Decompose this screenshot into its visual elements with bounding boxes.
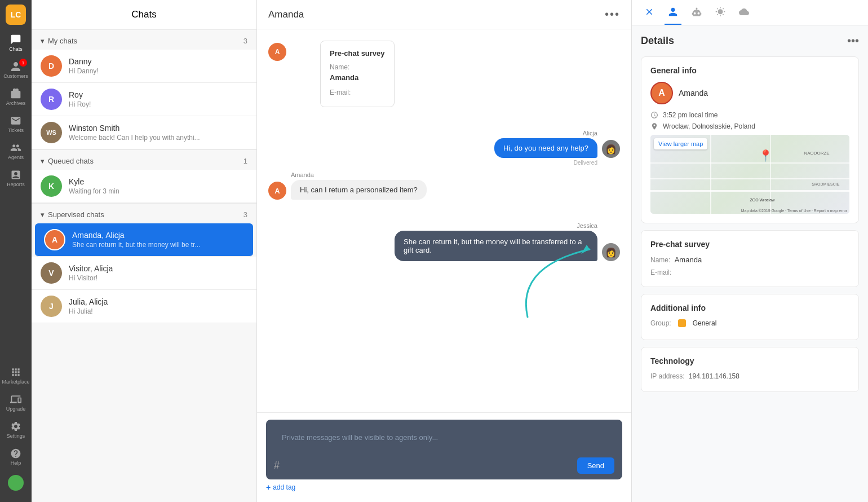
chat-avatar-winston: WS: [41, 122, 62, 143]
chat-info-visitor: Visitor, Alicja Hi Visitor!: [69, 264, 247, 282]
pre-chat-survey-title: Pre-chat survey: [330, 49, 385, 58]
pre-chat-email-field-label: E-mail:: [650, 268, 849, 276]
chat-item-danny[interactable]: D Danny Hi Danny!: [32, 50, 256, 83]
nav-label-customers: Customers: [3, 73, 28, 79]
tab-weather-icon[interactable]: [712, 0, 729, 25]
chat-item-winston[interactable]: WS Winston Smith Welcome back! Can I hel…: [32, 116, 256, 149]
general-info-avatar: A: [650, 82, 673, 104]
right-panel-content: Details ••• General info A Amanda 3:52 p…: [632, 25, 868, 502]
chat-info-julia: Julia, Alicja Hi Julia!: [69, 297, 247, 315]
chat-preview-kyle: Waiting for 3 min: [69, 187, 247, 195]
section-my-chats-label-group: ▾ My chats: [41, 37, 77, 45]
hash-button[interactable]: #: [274, 460, 280, 472]
map-google-label: Map data ©2019 Google · Terms of Use · R…: [741, 209, 847, 213]
nav-item-archives[interactable]: Archives: [0, 83, 32, 111]
chat-item-amanda-alicja[interactable]: A Amanda, Alicja She can return it, but …: [35, 223, 253, 257]
chat-item-roy[interactable]: R Roy Hi Roy!: [32, 83, 256, 116]
tab-user-icon[interactable]: [665, 0, 681, 25]
section-my-chats-header[interactable]: ▾ My chats 3: [32, 30, 256, 50]
message-input[interactable]: [274, 426, 614, 455]
info-location-row: Wroclaw, Dolnoslaskie, Poland: [650, 122, 849, 130]
chat-info-winston: Winston Smith Welcome back! Can I help y…: [69, 124, 247, 142]
msg-bubble-amanda: Hi, can I return a personalized item?: [291, 180, 427, 200]
chat-item-julia-alicja[interactable]: J Julia, Alicja Hi Julia!: [32, 290, 256, 323]
pre-chat-survey-bubble: Pre-chat survey Name: Amanda E-mail:: [320, 41, 395, 107]
chat-main: Amanda ••• A Pre-chat survey Name: Amand…: [257, 0, 631, 502]
view-larger-map-button[interactable]: View larger map: [654, 138, 707, 149]
nav-label-settings: Settings: [7, 433, 25, 439]
chat-avatar-amanda: A: [44, 229, 65, 250]
tab-cloud-icon[interactable]: [736, 0, 752, 25]
chat-avatar-danny: D: [41, 55, 62, 77]
plus-icon: +: [266, 483, 271, 492]
chat-info-danny: Danny Hi Danny!: [69, 57, 247, 75]
nav-label-agents: Agents: [8, 155, 24, 160]
chat-avatar-kyle: K: [41, 175, 62, 197]
nav-item-agents[interactable]: Agents: [0, 138, 32, 165]
nav-item-chats[interactable]: Chats: [0, 29, 32, 56]
section-supervised-chats-header[interactable]: ▾ Supervised chats 3: [32, 204, 256, 223]
chat-list-body: ▾ My chats 3 D Danny Hi Danny! R Roy Hi …: [32, 30, 256, 502]
section-supervised-count: 3: [243, 210, 247, 219]
chat-preview-visitor: Hi Visitor!: [69, 274, 247, 282]
chat-preview-winston: Welcome back! Can I help you with anythi…: [69, 134, 247, 142]
details-title: Details: [641, 35, 674, 47]
map-label-srodmiescie: SRODMIESCIE: [812, 182, 839, 186]
chat-name-julia: Julia, Alicja: [69, 297, 247, 306]
chat-input-area: # Send + add tag: [257, 412, 631, 502]
send-button[interactable]: Send: [577, 457, 614, 474]
nav-item-upgrade[interactable]: Upgrade: [0, 389, 32, 416]
chat-item-visitor-alicja[interactable]: V Visitor, Alicja Hi Visitor!: [32, 257, 256, 290]
map-background: 📍 NAODORZE SRODMIESCIE ZOO Wroclaw View …: [650, 135, 849, 214]
clock-icon: [650, 111, 658, 119]
nav-item-help[interactable]: Help: [0, 443, 32, 470]
section-queued-chats-header[interactable]: ▾ Queued chats 1: [32, 150, 256, 170]
pre-chat-name-value: Amanda: [330, 73, 385, 82]
nav-item-reports[interactable]: Reports: [0, 165, 32, 192]
chevron-down-icon-queued: ▾: [41, 157, 45, 165]
app-logo: LC: [6, 5, 26, 25]
general-info-user: A Amanda: [650, 82, 849, 104]
nav-bottom: Marketplace Upgrade Settings Help: [0, 362, 32, 497]
chat-preview-julia: Hi Julia!: [69, 307, 247, 315]
right-panel: Details ••• General info A Amanda 3:52 p…: [631, 0, 868, 502]
technology-title: Technology: [650, 356, 849, 366]
nav-item-tickets[interactable]: Tickets: [0, 111, 32, 138]
chat-preview-danny: Hi Danny!: [69, 67, 247, 75]
chat-info-amanda: Amanda, Alicja She can return it, but th…: [72, 231, 244, 249]
section-queued-label: Queued chats: [48, 157, 94, 165]
tab-close-button[interactable]: [641, 0, 658, 25]
message-row-alicja: Alicja Hi, do you need any help? 👩 Deliv…: [268, 130, 620, 166]
group-label: Group:: [650, 319, 671, 327]
more-options-button[interactable]: •••: [605, 8, 620, 21]
chat-name-kyle: Kyle: [69, 177, 247, 186]
nav-item-settings[interactable]: Settings: [0, 416, 32, 443]
info-time-row: 3:52 pm local time: [650, 111, 849, 119]
info-location: Wroclaw, Dolnoslaskie, Poland: [663, 122, 755, 130]
tab-robot-icon[interactable]: [688, 0, 705, 25]
location-icon: [650, 122, 658, 130]
section-my-chats-count: 3: [243, 37, 247, 45]
nav-label-reports: Reports: [7, 182, 25, 187]
nav-badge-customers: 1: [19, 59, 27, 67]
chat-item-kyle[interactable]: K Kyle Waiting for 3 min: [32, 170, 256, 203]
nav-item-customers[interactable]: 1 Customers: [0, 56, 32, 83]
map-road-3: [650, 190, 849, 192]
section-supervised-label: Supervised chats: [48, 210, 104, 219]
pre-chat-survey-row: A Pre-chat survey Name: Amanda E-mail:: [268, 41, 620, 118]
info-local-time: 3:52 pm local time: [663, 111, 718, 119]
map-road-1: [650, 162, 849, 164]
nav-label-chats: Chats: [9, 46, 23, 52]
nav-item-marketplace[interactable]: Marketplace: [0, 362, 32, 389]
add-tag-label: add tag: [273, 483, 295, 491]
pre-chat-survey-card-title: Pre-chat survey: [650, 240, 849, 249]
details-more-button[interactable]: •••: [847, 34, 859, 47]
user-avatar[interactable]: [8, 475, 24, 491]
section-queued-count: 1: [243, 157, 247, 165]
section-supervised-label-group: ▾ Supervised chats: [41, 210, 104, 219]
msg-bubble-jessica: She can return it, but the money will be…: [395, 231, 597, 261]
message-row-jessica: Jessica She can return it, but the money…: [268, 222, 620, 261]
pre-chat-name-label: Name:: [330, 63, 385, 71]
chat-name-winston: Winston Smith: [69, 124, 247, 133]
add-tag-button[interactable]: + add tag: [266, 479, 622, 495]
